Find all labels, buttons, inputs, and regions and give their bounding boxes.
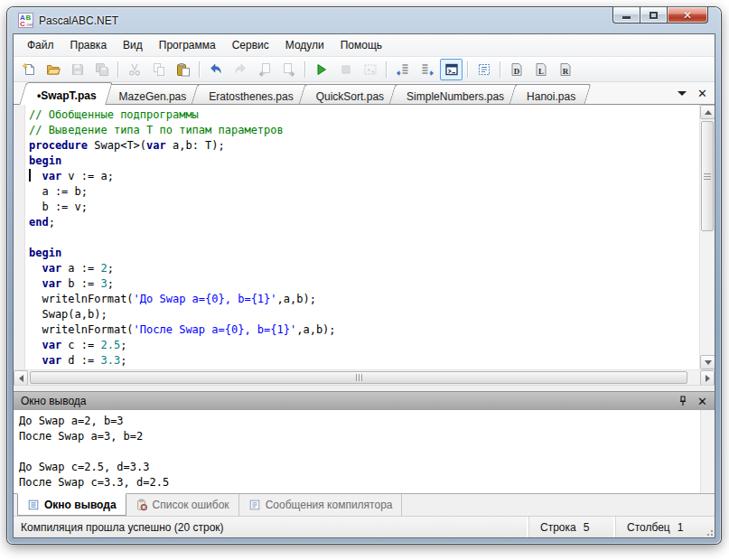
code-token: Swap(a,b);: [29, 308, 107, 321]
output-close-button[interactable]: ✕: [697, 396, 707, 407]
output-line: До Swap a=2, b=3: [19, 414, 700, 429]
tab-close-icon[interactable]: ✕: [697, 88, 707, 99]
code-line-16[interactable]: var c := 2.5;: [29, 338, 699, 353]
code-token: var: [42, 354, 61, 367]
redo-button[interactable]: [229, 59, 251, 80]
menu-item-modules[interactable]: Модули: [277, 36, 332, 54]
output-line: До Swap c=2.5, d=3.3: [19, 460, 700, 475]
bottom-tab-errors[interactable]: Список ошибок: [126, 494, 239, 516]
output-scrollbar[interactable]: [700, 410, 715, 493]
code-editor[interactable]: // Обобщенные подпрограммы// Выведение т…: [14, 105, 715, 385]
code-line-14[interactable]: Swap(a,b);: [29, 307, 699, 322]
tab-label: Eratosthenes.pas: [209, 90, 293, 103]
save-all-button[interactable]: [90, 59, 113, 80]
menu-item-view[interactable]: Вид: [115, 36, 151, 54]
code-token: var: [42, 339, 61, 351]
tab-hanoi[interactable]: Hanoi.pas: [512, 84, 588, 104]
code-line-3[interactable]: procedure Swap<T>(var a,b: T);: [29, 138, 699, 154]
doc-r-button[interactable]: R: [554, 59, 576, 80]
editor-gutter: [14, 105, 25, 369]
copy-button[interactable]: [147, 59, 170, 80]
code-token: end: [29, 216, 49, 229]
code-line-12[interactable]: var b := 3;: [29, 276, 699, 292]
title-bar[interactable]: A B C .net PascalABC.NET ✕: [13, 7, 715, 33]
goto-prev-position-button[interactable]: [391, 59, 414, 80]
minimize-icon: [622, 16, 631, 19]
paste-button[interactable]: [172, 59, 194, 80]
prev-page-button[interactable]: [253, 59, 276, 80]
build-button[interactable]: [359, 59, 381, 80]
output-content[interactable]: До Swap a=2, b=3После Swap a=3, b=2 До S…: [14, 410, 700, 493]
bottom-tab-label: Окно вывода: [44, 499, 117, 511]
bottom-tab-output[interactable]: Окно вывода: [17, 493, 126, 516]
code-area[interactable]: // Обобщенные подпрограммы// Выведение т…: [25, 105, 699, 369]
code-line-11[interactable]: var a := 2;: [29, 261, 699, 276]
run-button[interactable]: [310, 59, 332, 80]
code-line-1[interactable]: // Обобщенные подпрограммы: [29, 107, 699, 123]
goto-next-position-button[interactable]: [416, 59, 438, 80]
code-line-15[interactable]: writelnFormat('После Swap a={0}, b={1}',…: [29, 322, 699, 338]
status-message: Компиляция прошла успешно (20 строк): [14, 521, 528, 534]
stop-button[interactable]: [334, 59, 357, 80]
undo-button[interactable]: [204, 59, 227, 80]
tab-swapt[interactable]: •SwapT.pas: [23, 82, 109, 104]
resize-grip[interactable]: [702, 517, 715, 537]
next-page-button[interactable]: [277, 59, 300, 80]
cut-button[interactable]: [123, 59, 145, 80]
code-token: writelnFormat(: [29, 293, 134, 305]
scroll-up-button[interactable]: [700, 105, 715, 119]
vertical-scroll-track[interactable]: [700, 119, 715, 355]
horizontal-scroll-thumb[interactable]: [30, 371, 687, 384]
menu-item-file[interactable]: Файл: [19, 36, 62, 54]
code-token: ;: [49, 216, 55, 229]
code-line-10[interactable]: begin: [29, 246, 699, 261]
menu-item-service[interactable]: Сервис: [224, 36, 277, 54]
tab-simplenumbers[interactable]: SimpleNumbers.pas: [392, 84, 517, 104]
toolbar-separator: [199, 61, 200, 78]
show-console-button[interactable]: [440, 59, 463, 80]
code-line-9[interactable]: [29, 230, 699, 246]
scroll-down-button[interactable]: [700, 355, 715, 369]
horizontal-scroll-track[interactable]: [28, 370, 700, 385]
menu-item-program[interactable]: Программа: [151, 36, 224, 54]
scroll-left-button[interactable]: [14, 370, 28, 386]
pin-button[interactable]: [678, 396, 688, 406]
tab-label: SimpleNumbers.pas: [407, 90, 504, 103]
open-file-button[interactable]: [42, 59, 64, 80]
code-line-6[interactable]: a := b;: [29, 184, 699, 200]
code-token: 'После Swap a={0}, b={1}': [134, 323, 297, 336]
doc-d-button[interactable]: D: [505, 59, 528, 80]
minimize-button[interactable]: [612, 6, 640, 23]
paste-icon: [176, 62, 191, 77]
show-console-icon: [444, 62, 459, 77]
tab-mazegen[interactable]: MazeGen.pas: [105, 84, 200, 104]
code-line-17[interactable]: var d := 3.3;: [29, 353, 699, 369]
editor-horizontal-scrollbar[interactable]: [14, 369, 715, 385]
doc-l-button[interactable]: L: [529, 59, 552, 80]
new-file-button[interactable]: [17, 59, 40, 80]
code-line-5[interactable]: var v := a;: [29, 169, 699, 184]
code-structure-button[interactable]: [472, 59, 495, 80]
maximize-icon: [650, 12, 658, 19]
close-button[interactable]: ✕: [667, 6, 708, 23]
maximize-button[interactable]: [640, 6, 667, 23]
save-button[interactable]: [66, 59, 89, 80]
code-line-7[interactable]: b := v;: [29, 200, 699, 215]
code-token: ;: [120, 354, 126, 367]
code-token: 2.5: [101, 339, 121, 351]
tab-list-dropdown-icon[interactable]: [678, 91, 687, 96]
scroll-right-button[interactable]: [700, 370, 715, 386]
bottom-tab-compiler-messages[interactable]: Сообщения компилятора: [239, 494, 403, 516]
panel-splitter[interactable]: [14, 385, 715, 391]
code-line-4[interactable]: begin: [29, 154, 699, 169]
code-line-13[interactable]: writelnFormat('До Swap a={0}, b={1}',a,b…: [29, 292, 699, 307]
tab-quicksort[interactable]: QuickSort.pas: [302, 84, 397, 104]
code-line-8[interactable]: end;: [29, 215, 699, 230]
vertical-scroll-thumb[interactable]: [701, 121, 714, 231]
menu-item-edit[interactable]: Правка: [62, 36, 116, 54]
code-line-2[interactable]: // Выведение типа T по типам параметров: [29, 123, 699, 138]
tab-strip: •SwapT.pasMazeGen.pasEratosthenes.pasQui…: [14, 82, 715, 105]
tab-eratosthenes[interactable]: Eratosthenes.pas: [194, 84, 305, 104]
menu-item-help[interactable]: Помощь: [332, 36, 390, 54]
editor-vertical-scrollbar[interactable]: [699, 105, 715, 369]
